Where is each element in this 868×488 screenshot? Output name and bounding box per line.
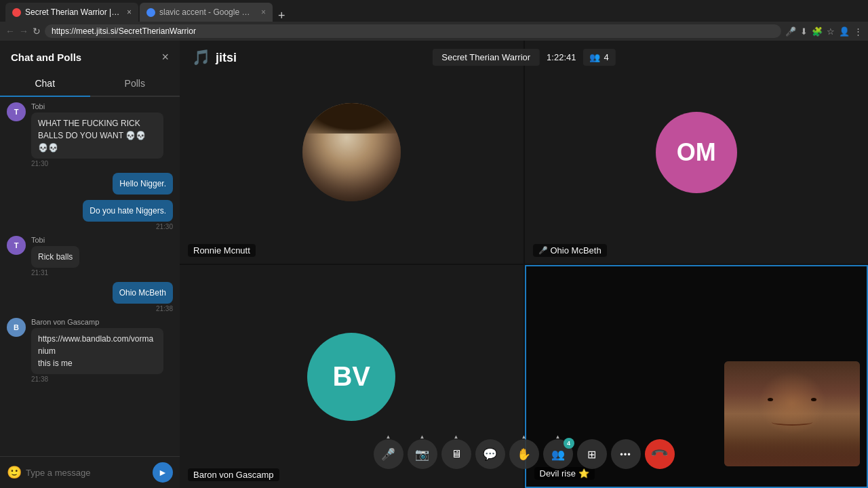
avatar-baron-video: BV: [307, 333, 395, 421]
ronnie-face: [302, 103, 401, 201]
mic-btn-wrapper: ▲ 🎤: [374, 439, 403, 469]
sender-name-tobi: Tobi: [31, 102, 173, 110]
video-cell-ohio: OM 🎤 Ohio McBeth: [525, 41, 869, 264]
tab-title-jitsi: Secret Therian Warrior | jit...: [25, 7, 120, 17]
browser-icon-star: ☆: [827, 26, 835, 37]
tab-chat[interactable]: Chat: [0, 71, 90, 97]
participants-button[interactable]: 👥 4: [543, 439, 573, 469]
message-content-1: Tobi WHAT THE FUCKING RICK BALLS DO YOU …: [31, 102, 173, 167]
add-tab-button[interactable]: +: [274, 9, 290, 22]
message-group-5: Ohio McBeth 21:38: [7, 282, 173, 312]
browser-icon-profile: 👤: [839, 26, 850, 37]
message-content-6: Baron von Gascamp https://www.bandlab.co…: [31, 318, 163, 383]
participant-label-ohio: 🎤 Ohio McBeth: [533, 244, 607, 257]
browser-chrome: Secret Therian Warrior | jit... × slavic…: [0, 0, 868, 41]
devil-webcam: [724, 361, 860, 466]
browser-tabs-bar: Secret Therian Warrior | jit... × slavic…: [0, 0, 868, 22]
camera-btn-wrapper: ▲ 📷: [408, 439, 437, 469]
browser-icon-more: ⋮: [854, 26, 863, 37]
tab-title-google: slavic accent - Google Search: [159, 7, 254, 17]
avatar-ohio: OM: [656, 112, 737, 193]
tab-close-jitsi[interactable]: ×: [127, 7, 132, 17]
message-time-6: 21:38: [31, 375, 163, 383]
ohio-name-label: Ohio McBeth: [551, 245, 601, 256]
sender-name-tobi-2: Tobi: [31, 236, 79, 244]
message-bubble-2: Hello Nigger.: [113, 173, 173, 195]
tab-polls[interactable]: Polls: [90, 71, 180, 96]
browser-icon-download: ⬇: [800, 26, 808, 37]
more-button[interactable]: •••: [611, 439, 641, 469]
camera-button[interactable]: 📷: [408, 439, 437, 469]
hangup-button[interactable]: 📞: [638, 433, 680, 475]
participants-btn-wrapper: ▲ 👥 4: [543, 439, 573, 469]
app-container: Chat and Polls × Chat Polls T Tobi WHAT …: [0, 41, 868, 488]
address-bar[interactable]: [45, 24, 781, 38]
message-content-4: Tobi Rick balls 21:31: [31, 236, 79, 277]
message-time-3: 21:30: [156, 223, 173, 230]
chat-button[interactable]: 💬: [475, 439, 505, 469]
message-group-2: Hello Nigger.: [7, 173, 173, 195]
back-button[interactable]: ←: [5, 26, 15, 37]
message-group-1: T Tobi WHAT THE FUCKING RICK BALLS DO YO…: [7, 102, 173, 167]
sidebar: Chat and Polls × Chat Polls T Tobi WHAT …: [0, 41, 180, 488]
message-group-3: Do you hate Niggers. 21:30: [7, 200, 173, 230]
microphone-button[interactable]: 🎤: [374, 439, 403, 469]
message-input-area: 🙂 ►: [0, 456, 180, 488]
reload-button[interactable]: ↻: [33, 26, 41, 37]
emoji-button[interactable]: 🙂: [7, 465, 22, 480]
mic-icon-ohio: 🎤: [538, 246, 548, 255]
camera-expand-icon: ▲: [420, 434, 425, 440]
avatar-baron: B: [7, 318, 26, 337]
tab-close-google[interactable]: ×: [261, 7, 266, 17]
messages-list: T Tobi WHAT THE FUCKING RICK BALLS DO YO…: [0, 97, 180, 456]
mic-expand-icon: ▲: [386, 434, 391, 440]
message-group-6: B Baron von Gascamp https://www.bandlab.…: [7, 318, 173, 383]
bottom-toolbar: ▲ 🎤 ▲ 📷 ▲ 🖥 💬 ▲ ✋ ▲ 👥 4: [374, 439, 675, 469]
sidebar-title: Chat and Polls: [11, 52, 81, 63]
raise-hand-button[interactable]: ✋: [509, 439, 539, 469]
hand-btn-wrapper: ▲ ✋: [509, 439, 539, 469]
sidebar-close-button[interactable]: ×: [161, 50, 169, 64]
browser-tab-jitsi[interactable]: Secret Therian Warrior | jit... ×: [5, 3, 138, 22]
participant-label-baron: Baron von Gascamp: [188, 468, 279, 481]
avatar-tobi-1: T: [7, 102, 26, 121]
message-input[interactable]: [26, 468, 149, 478]
message-bubble-1: WHAT THE FUCKING RICK BALLS DO YOU WANT …: [31, 113, 163, 159]
participant-label-ronnie: Ronnie Mcnutt: [188, 244, 256, 257]
message-group-4: T Tobi Rick balls 21:31: [7, 236, 173, 277]
message-time-4: 21:31: [31, 269, 79, 277]
message-bubble-4: Rick balls: [31, 246, 79, 268]
video-cell-ronnie: Ronnie Mcnutt: [180, 41, 524, 264]
video-area: Ronnie Mcnutt OM 🎤 Ohio McBeth BV Baron …: [180, 41, 868, 488]
hand-expand-icon: ▲: [521, 434, 527, 440]
browser-controls-bar: ← → ↻ 🎤 ⬇ 🧩 ☆ 👤 ⋮: [0, 22, 868, 41]
forward-button[interactable]: →: [19, 26, 28, 37]
message-time-1: 21:30: [31, 160, 173, 167]
message-bubble-3: Do you hate Niggers.: [83, 200, 173, 222]
sender-name-baron: Baron von Gascamp: [31, 318, 163, 326]
tiles-button[interactable]: ⊞: [577, 439, 607, 469]
sidebar-tabs: Chat Polls: [0, 71, 180, 97]
screenshare-btn-wrapper: ▲ 🖥: [441, 439, 471, 469]
sidebar-header: Chat and Polls ×: [0, 41, 180, 71]
send-button[interactable]: ►: [153, 462, 173, 483]
browser-icon-ext: 🧩: [812, 26, 823, 37]
screenshare-expand-icon: ▲: [454, 434, 459, 440]
screenshare-button[interactable]: 🖥: [441, 439, 471, 469]
browser-tab-google[interactable]: slavic accent - Google Search ×: [140, 3, 273, 22]
tab-favicon-google: [146, 8, 155, 17]
browser-icon-mic: 🎤: [785, 26, 796, 37]
message-bubble-5: Ohio McBeth: [113, 282, 173, 304]
avatar-tobi-2: T: [7, 236, 26, 255]
participants-badge: 4: [564, 438, 574, 449]
message-time-5: 21:38: [156, 305, 173, 312]
message-bubble-6: https://www.bandlab.com/vormaniumthis is…: [31, 328, 163, 374]
tab-favicon-jitsi: [12, 8, 21, 17]
